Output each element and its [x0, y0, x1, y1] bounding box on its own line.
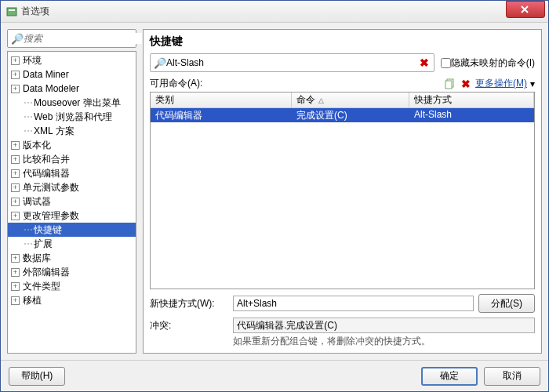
- new-shortcut-label: 新快捷方式(W):: [150, 297, 228, 310]
- table-header: 类别 命令 △ 快捷方式: [151, 93, 534, 108]
- table-body: 代码编辑器完成设置(C)Alt-Slash: [151, 108, 534, 289]
- tree-item[interactable]: +比较和合并: [8, 152, 136, 166]
- tree-item-label: 扩展: [34, 238, 53, 251]
- col-command[interactable]: 命令 △: [292, 93, 409, 107]
- conflict-label: 冲突:: [150, 319, 228, 332]
- tree-item-label: 文件类型: [23, 280, 60, 293]
- conflict-hint: 如果重新分配组合键，将删除冲突的快捷方式。: [233, 335, 535, 348]
- tree-item[interactable]: +更改管理参数: [8, 209, 136, 223]
- titlebar: 首选项: [1, 1, 548, 23]
- expand-icon[interactable]: +: [11, 282, 20, 291]
- cell-command: 完成设置(C): [292, 108, 409, 122]
- delete-icon[interactable]: ✖: [460, 78, 472, 90]
- tree-item[interactable]: ⋯Web 浏览器和代理: [8, 110, 136, 124]
- available-commands-label: 可用命令(A):: [150, 77, 444, 90]
- hide-unmapped-label: 隐藏未映射的命令(I): [451, 56, 535, 70]
- expand-icon[interactable]: +: [11, 198, 20, 206]
- preferences-window: 首选项 🔎 +环境+Data Miner+Data Modeler⋯Mouseo…: [0, 0, 549, 392]
- tree-item[interactable]: ⋯快捷键: [8, 223, 136, 237]
- expand-icon[interactable]: +: [11, 296, 20, 305]
- cell-shortcut: Alt-Slash: [409, 108, 534, 122]
- leaf-icon: ⋯: [24, 125, 32, 136]
- tree-item[interactable]: +版本化: [8, 138, 136, 152]
- svg-rect-0: [7, 8, 16, 16]
- tree-item[interactable]: +Data Modeler: [8, 82, 136, 96]
- category-tree[interactable]: +环境+Data Miner+Data Modeler⋯Mouseover 弹出…: [7, 51, 136, 354]
- tree-item-label: 版本化: [23, 139, 51, 152]
- tree-item-label: 外部编辑器: [23, 266, 70, 279]
- tree-item[interactable]: ⋯XML 方案: [8, 124, 136, 138]
- tree-item-label: 数据库: [23, 252, 51, 265]
- expand-icon[interactable]: +: [11, 183, 20, 192]
- col-category[interactable]: 类别: [151, 93, 292, 107]
- expand-icon[interactable]: +: [11, 56, 20, 65]
- cell-category: 代码编辑器: [151, 108, 292, 122]
- col-shortcut[interactable]: 快捷方式: [409, 93, 534, 107]
- tree-item[interactable]: +代码编辑器: [8, 166, 136, 180]
- expand-icon[interactable]: +: [11, 85, 20, 93]
- tree-item[interactable]: +调试器: [8, 194, 136, 209]
- footer: 帮助(H) 确定 取消: [1, 360, 548, 391]
- right-pane: 快捷键 🔎 ✖ 隐藏未映射的命令(I) 可用命令(A):: [143, 29, 542, 354]
- filter-box[interactable]: 🔎 ✖: [150, 53, 434, 72]
- tree-item[interactable]: +移植: [8, 293, 136, 307]
- tree-item-label: Mouseover 弹出菜单: [34, 96, 121, 110]
- tree-item-label: 移植: [23, 294, 42, 307]
- expand-icon[interactable]: +: [11, 169, 20, 178]
- commands-table: 类别 命令 △ 快捷方式 代码编辑器完成设置(C)Alt-Slash: [150, 92, 535, 289]
- hide-unmapped-checkbox[interactable]: 隐藏未映射的命令(I): [441, 56, 535, 70]
- tree-item-label: Data Miner: [23, 69, 69, 80]
- expand-icon[interactable]: +: [11, 71, 20, 79]
- tree-item-label: 调试器: [23, 195, 51, 209]
- clear-filter-icon[interactable]: ✖: [418, 56, 431, 69]
- new-shortcut-input[interactable]: [233, 296, 474, 311]
- tree-item[interactable]: +环境: [8, 53, 136, 67]
- close-button[interactable]: [506, 1, 545, 18]
- svg-rect-1: [9, 9, 15, 11]
- tree-item-label: 快捷键: [34, 223, 62, 237]
- leaf-icon: ⋯: [24, 97, 32, 108]
- tree-item[interactable]: +单元测试参数: [8, 180, 136, 194]
- search-box[interactable]: 🔎: [7, 29, 136, 48]
- binoculars-icon: 🔎: [11, 32, 24, 45]
- expand-icon[interactable]: +: [11, 254, 20, 263]
- tree-item-label: 更改管理参数: [23, 209, 79, 223]
- help-button[interactable]: 帮助(H): [9, 367, 65, 386]
- expand-icon[interactable]: +: [11, 155, 20, 164]
- tree-item-label: XML 方案: [34, 125, 75, 138]
- ok-button[interactable]: 确定: [421, 367, 478, 386]
- tree-item-label: 比较和合并: [23, 153, 70, 166]
- conflict-field: 代码编辑器.完成设置(C): [233, 318, 535, 333]
- more-actions-link[interactable]: 更多操作(M): [475, 77, 527, 90]
- svg-rect-3: [445, 81, 452, 89]
- window-title: 首选项: [21, 5, 506, 18]
- panel-title: 快捷键: [150, 34, 535, 49]
- expand-icon[interactable]: +: [11, 212, 20, 220]
- expand-icon[interactable]: +: [11, 141, 20, 150]
- hide-unmapped-input[interactable]: [441, 58, 451, 68]
- leaf-icon: ⋯: [24, 224, 32, 235]
- dropdown-arrow-icon[interactable]: ▾: [530, 78, 535, 89]
- tree-item[interactable]: +文件类型: [8, 279, 136, 293]
- tree-item[interactable]: +数据库: [8, 251, 136, 265]
- tree-item[interactable]: +外部编辑器: [8, 265, 136, 279]
- table-row[interactable]: 代码编辑器完成设置(C)Alt-Slash: [151, 108, 534, 122]
- binoculars-icon: 🔎: [154, 56, 166, 69]
- sort-asc-icon: △: [318, 96, 324, 104]
- search-input[interactable]: [24, 33, 142, 44]
- tree-item-label: 单元测试参数: [23, 181, 79, 194]
- tree-item-label: 环境: [23, 54, 42, 67]
- tree-item[interactable]: ⋯Mouseover 弹出菜单: [8, 96, 136, 110]
- copy-icon[interactable]: [444, 78, 456, 90]
- tree-item[interactable]: +Data Miner: [8, 67, 136, 82]
- tree-item-label: Data Modeler: [23, 83, 79, 94]
- expand-icon[interactable]: +: [11, 268, 20, 277]
- filter-input[interactable]: [166, 57, 418, 68]
- tree-item-label: Web 浏览器和代理: [34, 111, 112, 124]
- assign-button[interactable]: 分配(S): [478, 294, 535, 313]
- leaf-icon: ⋯: [24, 238, 32, 249]
- cancel-button[interactable]: 取消: [484, 367, 540, 386]
- app-icon: [5, 5, 18, 18]
- tree-item[interactable]: ⋯扩展: [8, 237, 136, 251]
- tree-item-label: 代码编辑器: [23, 167, 70, 180]
